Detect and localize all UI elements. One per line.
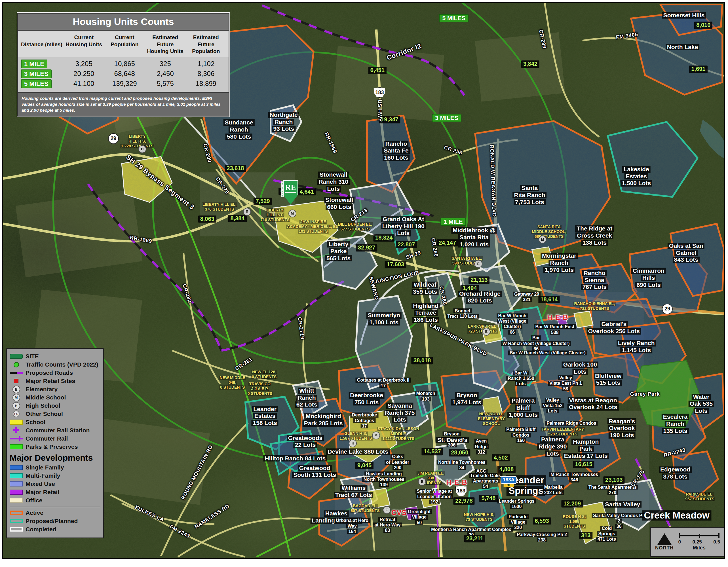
scale-tick-0: 0	[678, 539, 681, 545]
dev-deerbrooke-cottages-17: DeerbrookeCottages17	[351, 412, 379, 429]
dev-devine-lake-380-lots: Devine Lake 380 Lots	[326, 448, 390, 455]
table-row-5-miles: 5 MILES41,100139,3295,57518,899	[21, 80, 226, 88]
table-cell-value: 3,205	[64, 60, 104, 68]
badge-h: H	[349, 439, 357, 447]
legend-status-items: ActiveProposed/PlannedCompleted	[10, 509, 100, 533]
school-jhw-inspire-academy-meridell-es-101-studen: JHW INSPIREACADEMY - MERIDELL, ES,101 ST…	[286, 220, 340, 234]
dev-williams-tract-67-lots: WilliamsTract 67 Lots	[334, 484, 374, 498]
legend-label: School	[26, 419, 45, 425]
legend-item-major-retail: Major Retail	[10, 489, 100, 496]
road-fm-3405: FM 3405	[616, 31, 638, 40]
elementary-swatch-icon: E	[10, 386, 23, 392]
retail-cvs: CVS	[391, 509, 407, 517]
legend-item-major-retail-sites: Major Retail Sites	[10, 378, 100, 384]
school-bill-burden-el-677-students: BILL BURDEN EL,677 STUDENTS	[337, 222, 373, 232]
completed-swatch-icon	[10, 527, 23, 532]
badge-m: M	[288, 210, 296, 218]
legend-label: Multi-Family	[26, 472, 60, 479]
high-school-swatch-icon: H	[10, 403, 23, 408]
road-cr-282: CR-282	[182, 284, 193, 303]
table-footnote: Housing counts are derived from mapping …	[18, 92, 229, 116]
road-us-hwy: US HWY	[377, 100, 382, 122]
legend-item-proposed-roads: Proposed Roads	[10, 369, 100, 376]
traffic-6-593: 6,593	[533, 517, 551, 525]
dev-water-oak-535-lots: WaterOak 535Lots	[688, 393, 714, 414]
shield-us-183: 183	[455, 486, 467, 496]
site-marker-label: RE	[285, 183, 296, 193]
legend-item-high-school: HHigh School	[10, 402, 100, 409]
site-pin-icon: RE	[283, 180, 298, 205]
legend-item-completed: Completed	[10, 526, 100, 533]
office-swatch-icon	[10, 498, 23, 503]
dev-creek-meadow: Creek Meadow	[642, 510, 712, 521]
table-cell-value: 5,575	[145, 80, 185, 88]
road-cr-279: CR-279	[215, 176, 230, 195]
road-rr-1869: RR-1869	[129, 235, 152, 245]
badge-e: E	[418, 478, 426, 486]
legend-label: Elementary	[26, 386, 58, 393]
commuter-rail-station-swatch-icon: ✚	[10, 427, 23, 433]
badge-m: M	[372, 431, 380, 439]
dev-vistas-at-reagon-overlook-24-lots: Vistas at ReagonOverlook 24 Lots	[567, 397, 619, 411]
traffic-8-010: 8,010	[694, 22, 712, 29]
dev-gateway-29-321: Gateway 29321	[513, 291, 541, 302]
legend-item-parks-preserves: Parks & Preserves	[10, 443, 100, 450]
road-nameless-rd: NAMELESS RD	[194, 503, 231, 530]
legend-label: Parks & Preserves	[26, 443, 78, 450]
school-bagdad-el-607-students: BAGDAD EL,607 STUDENTS	[350, 503, 381, 513]
dev-acc: ACC	[475, 468, 488, 474]
proposed-roads-swatch-icon	[10, 372, 23, 374]
table-cell-distance: 5 MILES	[21, 80, 63, 88]
scale-panel: NORTH 00.250.5 Miles	[650, 527, 725, 557]
legend-item-other-school: ESOther School	[10, 410, 100, 417]
school-rancho-sienna-el-722-students: RANCHO SIENNA EL,722 STUDENTS	[573, 301, 616, 311]
dev-leander-estates-158-lots: LeanderEstates158 Lots	[251, 406, 278, 427]
dev-palmera-bluff-condos-160: Palmera BluffCondos160	[505, 427, 537, 443]
dev-middlebrook-santa-rita-1-020-lots: Middlebrook @Santa Rita1,020 Lots	[451, 227, 497, 248]
traffic-14-537: 14,537	[421, 448, 443, 455]
table-row-3-miles: 3 MILES20,25068,6482,4508,306	[21, 70, 226, 78]
school-stacy-k-danileson-middle-1-111-students: STACY K DANILESONMIDDLE1,111 STUDENTS	[377, 427, 420, 441]
traffic-23-211: 23,211	[464, 535, 485, 543]
traffic-7-529: 7,529	[254, 198, 272, 205]
shield-toll-183a-toll: 183ATOLL	[501, 476, 517, 487]
legend-label: Proposed/Planned	[26, 518, 78, 524]
road-cr-281: CR-281	[235, 356, 254, 371]
traffic-21-113: 21,113	[469, 277, 489, 284]
legend-label: Mixed Use	[26, 480, 55, 487]
legend-label: Traffic Counts (VPD 2022)	[26, 361, 98, 368]
shield-us-183: 183	[374, 87, 385, 98]
north-label: NORTH	[655, 545, 674, 551]
legend-item-multi-family: Multi-Family	[10, 472, 100, 479]
dev-bluffview-515-lots: Bluffview515 Lots	[594, 372, 623, 386]
badge-h: H	[138, 145, 146, 153]
traffic-313: 313	[579, 532, 592, 539]
table-cell-value: 20,250	[64, 70, 104, 78]
school-new-middle-049-0-students: NEW MIDDLE049,0 STUDENTS	[219, 376, 246, 390]
traffic-1-691: 1,691	[689, 66, 707, 73]
legend-item-commuter-rail-station: ✚Commuter Rail Station	[10, 427, 100, 434]
traffic-23-618: 23,618	[225, 165, 246, 172]
traffic-38-018: 38,018	[412, 357, 433, 364]
legend-divider	[10, 507, 100, 507]
multi-family-swatch-icon	[10, 473, 23, 478]
road-round-mountain-rd: ROUND MOUNTAIN RD	[180, 444, 214, 500]
scale-tick-0-5: 0.5	[713, 539, 720, 545]
dev-greatwood-south-131-lots: GreatwoodSouth 131 Lots	[292, 465, 337, 478]
other-school-swatch-icon: ES	[10, 411, 23, 417]
road-ronald-w-reagan-blvd: RONALD W REAGAN BLVD	[489, 145, 497, 217]
badge-m: M	[539, 236, 546, 244]
road-cr-289: CR-289	[538, 29, 547, 49]
table-col-distance-miles: Distance (miles)	[21, 34, 63, 55]
scale-bar: 00.250.5 Miles	[678, 533, 720, 551]
dev-mockingbird-park-285-lots: MockingbirdPark 285 Lots	[303, 413, 344, 427]
legend-label: Office	[26, 497, 43, 504]
legend-item-elementary: EElementary	[10, 386, 100, 393]
dev-hampton-park-estates-17-lots: HamptonParkEstates 17 Lots	[563, 438, 609, 459]
page: Farms485 LotsSundanceRanch580 LotsNorthg…	[0, 0, 728, 567]
scale-tick-0-25: 0.25	[693, 539, 702, 545]
dev-greenlight-village-50: GreenlightVillage50	[406, 509, 432, 525]
legend-label: Proposed Roads	[26, 369, 73, 376]
dev-oaks-of-leander-200: Oaksof Leander200	[385, 454, 411, 470]
traffic-23-103: 23,103	[603, 476, 624, 484]
